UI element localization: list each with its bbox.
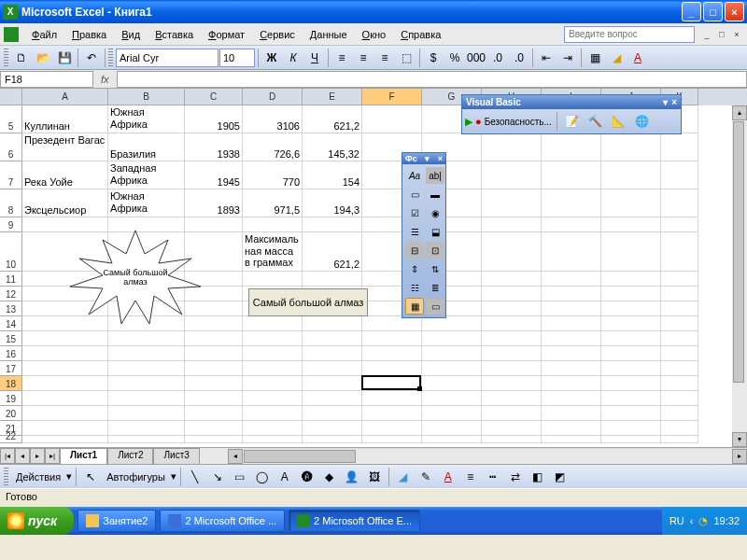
cell[interactable] bbox=[482, 406, 542, 421]
cell[interactable] bbox=[362, 406, 422, 421]
currency-icon[interactable]: $ bbox=[423, 48, 444, 68]
row-header[interactable]: 8 bbox=[0, 189, 22, 217]
spinner-control-icon[interactable]: ⇅ bbox=[426, 260, 444, 277]
design-mode-icon[interactable]: 📐 bbox=[609, 111, 629, 132]
edit-control-icon[interactable]: ab| bbox=[426, 167, 444, 184]
option-control-icon[interactable]: ◉ bbox=[426, 204, 444, 221]
cell[interactable] bbox=[601, 346, 661, 361]
fill-color-icon[interactable]: ◢ bbox=[606, 48, 627, 68]
column-header[interactable]: C bbox=[185, 89, 243, 105]
cell[interactable] bbox=[243, 217, 303, 232]
row-header[interactable]: 16 bbox=[0, 346, 22, 361]
cell[interactable] bbox=[661, 346, 698, 361]
diagram-icon[interactable]: ◆ bbox=[319, 467, 340, 487]
cell[interactable]: 154 bbox=[303, 161, 362, 189]
scrollbar-control-icon[interactable]: ⇕ bbox=[405, 260, 424, 277]
cell[interactable] bbox=[601, 331, 661, 346]
row-header[interactable]: 22 bbox=[0, 436, 22, 443]
run-macro-icon[interactable]: ▶ bbox=[465, 116, 472, 128]
align-center-icon[interactable]: ≡ bbox=[353, 48, 374, 68]
cell[interactable] bbox=[482, 421, 542, 436]
close-button[interactable]: × bbox=[725, 2, 744, 21]
cell[interactable] bbox=[661, 217, 698, 232]
cell[interactable] bbox=[661, 316, 698, 331]
cell[interactable]: Река Уойе bbox=[22, 161, 108, 189]
cell[interactable]: 971,5 bbox=[243, 189, 303, 217]
cell[interactable]: Максималь ная масса в граммах bbox=[243, 232, 303, 272]
cell[interactable] bbox=[542, 361, 601, 376]
spreadsheet-grid[interactable]: ABCDEFGHIJK 5678910111213141516171819202… bbox=[0, 89, 747, 447]
scroll-up-button[interactable]: ▴ bbox=[732, 105, 747, 120]
cell[interactable]: Презедент Вагас bbox=[22, 133, 108, 161]
row-header[interactable]: 7 bbox=[0, 161, 22, 189]
starburst-autoshape[interactable]: Самый большой алмаз bbox=[70, 231, 201, 324]
tab-prev-button[interactable]: ◂ bbox=[15, 448, 30, 464]
cell[interactable] bbox=[243, 361, 303, 376]
cell[interactable] bbox=[422, 436, 482, 443]
toolbar-grip[interactable] bbox=[4, 468, 8, 486]
cell[interactable] bbox=[661, 272, 698, 287]
tab-next-button[interactable]: ▸ bbox=[30, 448, 45, 464]
cell[interactable] bbox=[542, 232, 601, 272]
undo-icon[interactable]: ↶ bbox=[81, 48, 102, 68]
cell[interactable]: Эксцельсиор bbox=[22, 189, 108, 217]
cell[interactable] bbox=[542, 316, 601, 331]
toolbar-grip[interactable] bbox=[108, 49, 113, 67]
controls-toolbox-icon[interactable]: 🔨 bbox=[585, 111, 606, 132]
cell[interactable] bbox=[601, 217, 661, 232]
cell[interactable] bbox=[303, 406, 362, 421]
cell[interactable] bbox=[108, 346, 185, 361]
help-question-input[interactable] bbox=[564, 26, 695, 43]
cell[interactable] bbox=[303, 272, 362, 287]
toolbar-grip[interactable] bbox=[4, 49, 8, 67]
cell[interactable] bbox=[542, 217, 601, 232]
cell[interactable] bbox=[22, 391, 108, 406]
cell[interactable] bbox=[185, 436, 243, 443]
cell[interactable] bbox=[542, 272, 601, 287]
cell[interactable] bbox=[108, 406, 185, 421]
cell[interactable] bbox=[362, 376, 422, 391]
line-style-icon[interactable]: ≡ bbox=[460, 467, 481, 487]
cell[interactable] bbox=[661, 436, 698, 443]
cell[interactable] bbox=[108, 361, 185, 376]
3d-icon[interactable]: ◩ bbox=[550, 467, 571, 487]
cell[interactable] bbox=[303, 346, 362, 361]
combolist-control-icon[interactable]: ⊟ bbox=[405, 242, 424, 259]
start-button[interactable]: пуск bbox=[0, 507, 74, 535]
cell[interactable] bbox=[362, 331, 422, 346]
line-icon[interactable]: ╲ bbox=[185, 467, 205, 487]
system-tray[interactable]: RU ‹ ◔ 19:32 bbox=[662, 507, 747, 535]
cell[interactable] bbox=[601, 287, 661, 301]
cell[interactable] bbox=[185, 406, 243, 421]
row-header[interactable]: 5 bbox=[0, 105, 22, 133]
cell[interactable] bbox=[661, 133, 698, 161]
textbox-icon[interactable]: A bbox=[275, 467, 295, 487]
cell[interactable] bbox=[661, 406, 698, 421]
row-header[interactable]: 18 bbox=[0, 376, 22, 391]
cell[interactable] bbox=[482, 232, 542, 272]
cell[interactable] bbox=[661, 301, 698, 316]
cell[interactable]: Бразилия bbox=[108, 133, 185, 161]
cell[interactable] bbox=[482, 133, 542, 161]
underline-icon[interactable]: Ч bbox=[304, 48, 325, 68]
row-header[interactable]: 13 bbox=[0, 301, 22, 316]
autoshapes-menu[interactable]: Автофигуры bbox=[103, 471, 169, 483]
cell[interactable] bbox=[422, 331, 482, 346]
cell[interactable] bbox=[243, 406, 303, 421]
cell[interactable] bbox=[422, 421, 482, 436]
security-button[interactable]: Безопасность... bbox=[485, 117, 552, 127]
cell[interactable] bbox=[482, 316, 542, 331]
cell[interactable] bbox=[601, 376, 661, 391]
align-left-icon[interactable]: ≡ bbox=[331, 48, 352, 68]
language-indicator[interactable]: RU bbox=[669, 515, 684, 526]
cell[interactable]: 3106 bbox=[243, 105, 303, 133]
font-color-icon[interactable]: A bbox=[627, 48, 648, 68]
cell[interactable] bbox=[22, 436, 108, 443]
groupbox-control-icon[interactable]: ▭ bbox=[405, 186, 424, 203]
cell[interactable] bbox=[542, 189, 601, 217]
row-header[interactable]: 6 bbox=[0, 133, 22, 161]
cell[interactable] bbox=[108, 436, 185, 443]
cell[interactable] bbox=[661, 189, 698, 217]
cell[interactable] bbox=[185, 331, 243, 346]
record-macro-icon[interactable]: ● bbox=[475, 116, 482, 127]
